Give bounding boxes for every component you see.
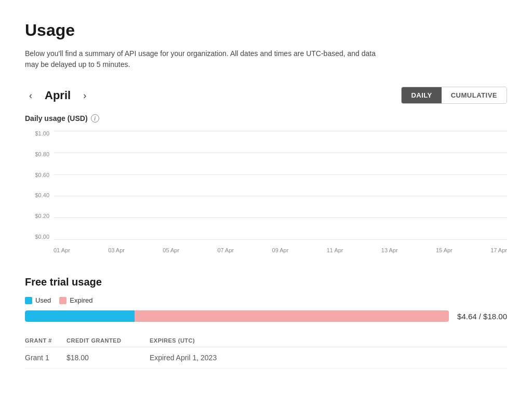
- legend-expired-label: Expired: [70, 296, 92, 304]
- x-label-6: 11 Apr: [327, 247, 343, 253]
- cell-credit-granted: $18.00: [66, 347, 150, 369]
- grid-line-4: [54, 196, 507, 196]
- next-month-button[interactable]: ›: [79, 89, 90, 102]
- y-label-5: $0.20: [25, 213, 54, 219]
- col-grant: GRANT #: [25, 334, 66, 347]
- table-row: Grant 1 $18.00 Expired April 1, 2023: [25, 347, 507, 369]
- grid-line-5: [54, 217, 507, 218]
- daily-toggle-button[interactable]: DAILY: [402, 87, 441, 103]
- controls-row: ‹ April › DAILY CUMULATIVE: [25, 87, 507, 104]
- grid-lines: [54, 131, 507, 240]
- progress-label: $4.64 / $18.00: [457, 312, 507, 321]
- y-label-3: $0.60: [25, 172, 54, 178]
- free-trial-title: Free trial usage: [25, 276, 507, 288]
- y-label-6: $0.00: [25, 234, 54, 240]
- free-trial-section: Free trial usage Used Expired $4.64 / $1…: [25, 276, 507, 369]
- x-label-3: 05 Apr: [163, 247, 179, 253]
- chart-plot-area: [54, 131, 507, 240]
- expired-dot: [59, 297, 66, 304]
- x-label-5: 09 Apr: [272, 247, 289, 253]
- y-label-1: $1.00: [25, 131, 54, 137]
- progress-expired-fill: [135, 310, 449, 322]
- grants-table-header-row: GRANT # CREDIT GRANTED EXPIRES (UTC): [25, 334, 507, 347]
- progress-bar: [25, 310, 449, 322]
- y-label-4: $0.40: [25, 193, 54, 198]
- info-icon[interactable]: i: [91, 114, 99, 123]
- grid-line-3: [54, 174, 507, 175]
- chart-section: Daily usage (USD) i $1.00 $0.80 $0.60 $0…: [25, 114, 507, 255]
- cell-expires: Expired April 1, 2023: [150, 347, 507, 369]
- grants-table-body: Grant 1 $18.00 Expired April 1, 2023: [25, 347, 507, 369]
- grants-table: GRANT # CREDIT GRANTED EXPIRES (UTC) Gra…: [25, 334, 507, 369]
- grid-line-2: [54, 153, 507, 153]
- progress-row: $4.64 / $18.00: [25, 310, 507, 322]
- legend: Used Expired: [25, 296, 507, 304]
- grants-table-head: GRANT # CREDIT GRANTED EXPIRES (UTC): [25, 334, 507, 347]
- x-label-2: 03 Apr: [108, 247, 125, 253]
- chart-container: $1.00 $0.80 $0.60 $0.40 $0.20 $0.00 01 A…: [25, 131, 507, 255]
- month-label: April: [45, 89, 71, 102]
- view-toggle: DAILY CUMULATIVE: [401, 87, 507, 104]
- legend-expired: Expired: [59, 296, 92, 304]
- x-label-1: 01 Apr: [54, 247, 70, 253]
- prev-month-button[interactable]: ‹: [25, 89, 36, 102]
- used-dot: [25, 297, 32, 304]
- col-expires: EXPIRES (UTC): [150, 334, 507, 347]
- page-subtitle: Below you'll find a summary of API usage…: [25, 48, 389, 70]
- chart-title: Daily usage (USD) i: [25, 114, 507, 123]
- page-title: Usage: [25, 21, 507, 40]
- legend-used: Used: [25, 296, 51, 304]
- cell-grant-number: Grant 1: [25, 347, 66, 369]
- legend-used-label: Used: [35, 296, 51, 304]
- x-label-8: 15 Apr: [436, 247, 453, 253]
- x-axis: 01 Apr 03 Apr 05 Apr 07 Apr 09 Apr 11 Ap…: [54, 240, 507, 255]
- y-label-2: $0.80: [25, 152, 54, 157]
- chart-title-text: Daily usage (USD): [25, 114, 88, 123]
- x-label-4: 07 Apr: [217, 247, 234, 253]
- x-label-7: 13 Apr: [381, 247, 398, 253]
- progress-used-fill: [25, 310, 135, 322]
- grid-line-1: [54, 131, 507, 131]
- month-nav: ‹ April ›: [25, 89, 90, 102]
- y-axis: $1.00 $0.80 $0.60 $0.40 $0.20 $0.00: [25, 131, 54, 240]
- cumulative-toggle-button[interactable]: CUMULATIVE: [442, 87, 507, 103]
- col-credit: CREDIT GRANTED: [66, 334, 150, 347]
- x-label-9: 17 Apr: [490, 247, 507, 253]
